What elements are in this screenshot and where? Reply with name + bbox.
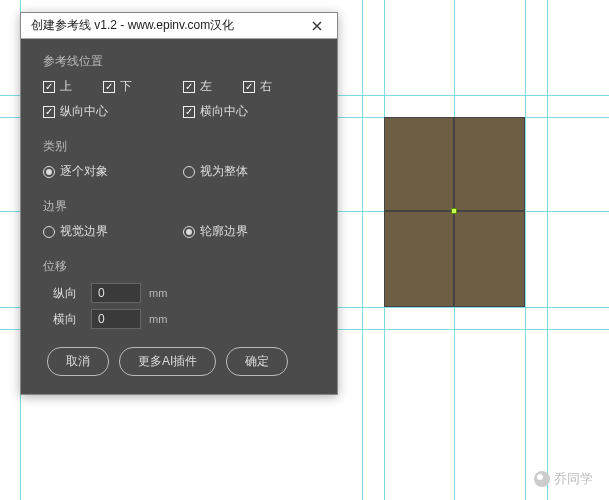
offset-vertical-label: 纵向 <box>53 285 83 302</box>
artwork-rect[interactable] <box>384 211 454 307</box>
unit-label: mm <box>149 287 167 299</box>
radio-icon <box>183 166 195 178</box>
wechat-icon <box>534 471 550 487</box>
radio-each-object[interactable]: 逐个对象 <box>43 163 183 180</box>
group-title-offset: 位移 <box>43 258 315 275</box>
checkbox-icon <box>183 106 195 118</box>
selection-anchor[interactable] <box>451 208 457 214</box>
group-category: 类别 逐个对象 视为整体 <box>43 138 315 180</box>
checkbox-label: 右 <box>260 78 272 95</box>
checkbox-icon <box>243 81 255 93</box>
radio-icon <box>43 166 55 178</box>
guide-vertical <box>525 0 526 500</box>
cancel-button[interactable]: 取消 <box>47 347 109 376</box>
group-boundary: 边界 视觉边界 轮廓边界 <box>43 198 315 240</box>
checkbox-bottom[interactable]: 下 <box>103 78 183 95</box>
dialog-create-guides: 创建参考线 v1.2 - www.epinv.com汉化 参考线位置 上 下 左 <box>20 12 338 395</box>
checkbox-icon <box>103 81 115 93</box>
checkbox-icon <box>43 106 55 118</box>
group-offset: 位移 纵向 mm 横向 mm <box>43 258 315 329</box>
radio-icon <box>43 226 55 238</box>
checkbox-left[interactable]: 左 <box>183 78 243 95</box>
checkbox-label: 横向中心 <box>200 103 248 120</box>
checkbox-label: 纵向中心 <box>60 103 108 120</box>
watermark-text: 乔同学 <box>554 470 593 488</box>
more-plugins-button[interactable]: 更多AI插件 <box>119 347 216 376</box>
checkbox-label: 上 <box>60 78 72 95</box>
group-title-boundary: 边界 <box>43 198 315 215</box>
offset-vertical-input[interactable] <box>91 283 141 303</box>
group-title-position: 参考线位置 <box>43 53 315 70</box>
close-button[interactable] <box>303 16 331 36</box>
titlebar[interactable]: 创建参考线 v1.2 - www.epinv.com汉化 <box>21 13 337 39</box>
radio-outline-boundary[interactable]: 轮廓边界 <box>183 223 248 240</box>
radio-label: 逐个对象 <box>60 163 108 180</box>
checkbox-vcenter[interactable]: 纵向中心 <box>43 103 183 120</box>
radio-label: 轮廓边界 <box>200 223 248 240</box>
group-position: 参考线位置 上 下 左 右 <box>43 53 315 120</box>
ok-button[interactable]: 确定 <box>226 347 288 376</box>
radio-label: 视觉边界 <box>60 223 108 240</box>
dialog-title: 创建参考线 v1.2 - www.epinv.com汉化 <box>31 17 303 34</box>
guide-vertical <box>547 0 548 500</box>
watermark: 乔同学 <box>534 470 593 488</box>
group-title-category: 类别 <box>43 138 315 155</box>
checkbox-top[interactable]: 上 <box>43 78 103 95</box>
radio-visual-boundary[interactable]: 视觉边界 <box>43 223 183 240</box>
guide-vertical <box>362 0 363 500</box>
offset-horizontal-label: 横向 <box>53 311 83 328</box>
artwork-rect[interactable] <box>384 117 454 211</box>
close-icon <box>312 21 322 31</box>
checkbox-label: 下 <box>120 78 132 95</box>
checkbox-icon <box>183 81 195 93</box>
unit-label: mm <box>149 313 167 325</box>
radio-label: 视为整体 <box>200 163 248 180</box>
radio-whole[interactable]: 视为整体 <box>183 163 248 180</box>
checkbox-icon <box>43 81 55 93</box>
checkbox-hcenter[interactable]: 横向中心 <box>183 103 248 120</box>
checkbox-label: 左 <box>200 78 212 95</box>
offset-horizontal-input[interactable] <box>91 309 141 329</box>
artwork-rect[interactable] <box>454 117 525 211</box>
radio-icon <box>183 226 195 238</box>
checkbox-right[interactable]: 右 <box>243 78 272 95</box>
artwork-rect[interactable] <box>454 211 525 307</box>
